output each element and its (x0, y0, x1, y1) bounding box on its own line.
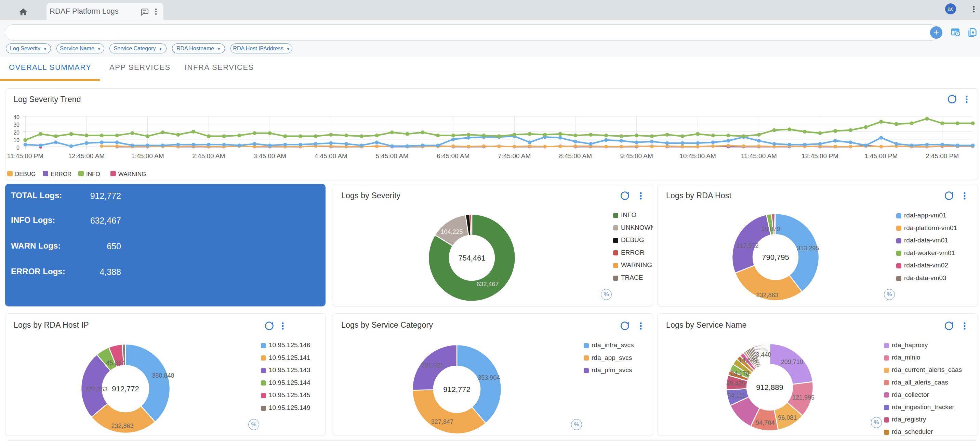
svg-text:327,847: 327,847 (431, 419, 453, 425)
svg-text:227,353: 227,353 (85, 386, 107, 393)
svg-text:1:45:00 PM: 1:45:00 PM (864, 152, 897, 160)
svg-text:11:45:00 AM: 11:45:00 AM (741, 152, 777, 160)
svg-text:94,704: 94,704 (756, 419, 775, 426)
svg-text:24,178: 24,178 (730, 370, 749, 377)
svg-text:353,904: 353,904 (478, 374, 500, 381)
svg-text:313,295: 313,295 (797, 245, 819, 252)
svg-text:9:45:00 AM: 9:45:00 AM (620, 152, 653, 160)
svg-text:350,848: 350,848 (152, 372, 174, 379)
svg-text:104,225: 104,225 (441, 228, 463, 235)
svg-text:3,440: 3,440 (756, 351, 771, 358)
svg-text:49,425: 49,425 (726, 380, 745, 387)
svg-text:2:45:00 PM: 2:45:00 PM (926, 152, 959, 160)
svg-text:790,795: 790,795 (762, 253, 789, 262)
svg-text:12:45:00 AM: 12:45:00 AM (68, 152, 105, 160)
svg-text:40: 40 (13, 114, 19, 120)
svg-text:2:45:00 AM: 2:45:00 AM (192, 152, 225, 160)
svg-text:3:45:00 AM: 3:45:00 AM (253, 152, 286, 160)
svg-text:209,710: 209,710 (781, 358, 803, 365)
svg-text:912,772: 912,772 (443, 385, 471, 394)
svg-text:45,854: 45,854 (106, 360, 125, 366)
svg-text:754,461: 754,461 (458, 254, 485, 262)
svg-text:10:45:00 AM: 10:45:00 AM (679, 152, 716, 160)
svg-text:8:45:00 AM: 8:45:00 AM (559, 152, 592, 160)
svg-text:7:45:00 AM: 7:45:00 AM (498, 152, 531, 160)
svg-text:12:45:00 PM: 12:45:00 PM (802, 152, 838, 160)
svg-text:217,972: 217,972 (736, 243, 759, 249)
svg-text:10: 10 (13, 137, 19, 143)
svg-text:ERROR: ERROR (51, 171, 72, 177)
svg-text:1:45:00 AM: 1:45:00 AM (131, 152, 164, 160)
svg-text:30: 30 (13, 122, 19, 128)
svg-text:5:45:00 AM: 5:45:00 AM (376, 152, 409, 160)
svg-text:4:45:00 AM: 4:45:00 AM (315, 152, 347, 160)
svg-text:15,079: 15,079 (761, 225, 780, 232)
svg-text:232,863: 232,863 (756, 292, 778, 299)
svg-text:632,467: 632,467 (476, 281, 498, 288)
svg-text:INFO: INFO (86, 171, 100, 177)
svg-text:11:45:00 PM: 11:45:00 PM (7, 152, 43, 160)
svg-text:912,889: 912,889 (756, 383, 783, 392)
svg-text:912,772: 912,772 (112, 385, 139, 393)
svg-text:DEBUG: DEBUG (15, 171, 35, 177)
svg-text:232,863: 232,863 (111, 422, 134, 429)
svg-text:96,081: 96,081 (778, 414, 797, 421)
svg-text:20: 20 (13, 130, 19, 136)
svg-text:121,995: 121,995 (792, 394, 815, 401)
svg-text:6:45:00 AM: 6:45:00 AM (437, 152, 469, 160)
svg-text:54,111: 54,111 (728, 392, 745, 399)
svg-text:0: 0 (16, 145, 19, 151)
svg-text:WARNING: WARNING (118, 171, 146, 177)
svg-text:14,849: 14,849 (738, 357, 757, 364)
svg-text:231,021: 231,021 (421, 362, 444, 369)
